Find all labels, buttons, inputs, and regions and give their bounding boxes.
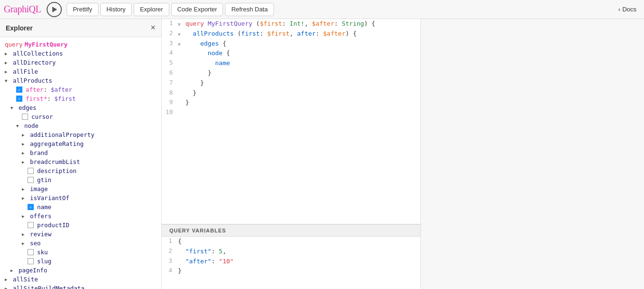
tree-checkbox-gtin[interactable] (28, 177, 34, 183)
tree-item-seo[interactable]: ▶seo (0, 239, 161, 248)
query-name: MyFirstQuery (25, 41, 68, 48)
close-sidebar-button[interactable]: × (150, 23, 156, 33)
line-content[interactable]: } (184, 98, 420, 108)
query-variables-header[interactable]: QUERY VARIABLES (162, 224, 420, 237)
fold-arrow[interactable]: ▼ (177, 22, 182, 27)
tree-item-slug[interactable]: slug (0, 257, 161, 266)
tree-item-aggregateRating[interactable]: ▶aggregateRating (0, 139, 161, 148)
line-content[interactable]: } (184, 78, 420, 88)
tree-item-brand[interactable]: ▶brand (0, 148, 161, 157)
tree-item-offers[interactable]: ▶offers (0, 212, 161, 221)
tree-item-breadcrumbList[interactable]: ▶breadcrumbList (0, 157, 161, 166)
tree-item-name[interactable]: ✓name (0, 202, 161, 212)
tree-arrow-pageInfo: ▶ (10, 268, 16, 273)
tree-item-allSiteBuildMetadata[interactable]: ▶allSiteBuildMetadata (0, 284, 161, 289)
fold-control (177, 78, 184, 88)
tree-item-description[interactable]: description (0, 166, 161, 175)
line-number: 7 (162, 78, 177, 88)
tree-checkbox-after[interactable]: ✓ (16, 87, 22, 93)
tree-item-node[interactable]: ▼node (0, 121, 161, 130)
fold-control[interactable]: ▼ (177, 19, 184, 29)
line-number: 4 (162, 266, 176, 276)
tree-item-allProducts[interactable]: ▼allProducts (0, 76, 161, 85)
result-panel (420, 19, 644, 289)
editor-line-9: 9} (162, 98, 420, 108)
tree-label-allProducts: allProducts (13, 77, 52, 84)
tree-item-image[interactable]: ▶image (0, 184, 161, 193)
editor-line-4: 4} (162, 266, 420, 276)
query-editor[interactable]: 1▼query MyFirstQuery ($first: Int!, $aft… (162, 19, 420, 224)
tree-checkbox-slug[interactable] (28, 258, 34, 264)
fold-control (177, 88, 184, 98)
tree-item-first[interactable]: ✓first*: $first (0, 94, 161, 103)
tree-item-after[interactable]: ✓after: $after (0, 85, 161, 94)
tree-arrow-allDirectory: ▶ (5, 60, 10, 65)
query-variables-editor[interactable]: 1{2 "first": 5,3 "after": "10"4} (162, 237, 420, 289)
tree-label-allFile: allFile (13, 68, 38, 75)
tree-arrow-image: ▶ (22, 187, 28, 192)
fold-control[interactable]: ▼ (177, 39, 184, 49)
line-content[interactable]: } (184, 68, 420, 78)
tree-arrow-allCollections: ▶ (5, 51, 10, 56)
editor-table: 1▼query MyFirstQuery ($first: Int!, $aft… (162, 19, 420, 116)
tree-arrow-review: ▶ (22, 232, 28, 237)
line-content[interactable]: edges { (184, 39, 420, 49)
line-content[interactable]: } (184, 88, 420, 98)
code-exporter-button[interactable]: Code Exporter (171, 3, 224, 16)
fold-arrow[interactable]: ▼ (177, 32, 182, 37)
history-button[interactable]: History (100, 3, 132, 16)
line-content[interactable]: node { (184, 48, 420, 58)
editor-line-2: 2 "first": 5, (162, 247, 420, 257)
tree-label-productID: productID (37, 222, 69, 229)
tree-item-allDirectory[interactable]: ▶allDirectory (0, 58, 161, 67)
tree-checkbox-first[interactable]: ✓ (16, 96, 22, 102)
tree-checkbox-sku[interactable] (28, 249, 34, 255)
line-content[interactable] (184, 108, 420, 116)
line-content[interactable]: { (176, 237, 420, 247)
tree-item-isVariantOf[interactable]: ▶isVariantOf (0, 193, 161, 202)
docs-button[interactable]: ‹ Docs (615, 4, 640, 15)
tree-item-cursor[interactable]: cursor (0, 112, 161, 121)
tree-label-aggregateRating: aggregateRating (30, 140, 84, 147)
refresh-data-button[interactable]: Refresh Data (225, 3, 274, 16)
tree-checkbox-cursor[interactable] (22, 114, 28, 120)
tree-item-sku[interactable]: sku (0, 248, 161, 257)
tree-item-edges[interactable]: ▼edges (0, 103, 161, 112)
tree-item-gtin[interactable]: gtin (0, 175, 161, 184)
tree-label-allSite: allSite (13, 276, 38, 283)
tree-label-slug: slug (37, 258, 51, 265)
line-content[interactable]: } (176, 266, 420, 276)
tree-arrow-allProducts: ▼ (5, 78, 10, 83)
line-content[interactable]: name (184, 58, 420, 68)
tree-arrow-brand: ▶ (22, 151, 28, 155)
tree-item-allCollections[interactable]: ▶allCollections (0, 49, 161, 58)
tree-label-pageInfo: pageInfo (19, 267, 47, 274)
run-query-button[interactable] (47, 2, 62, 17)
svg-marker-0 (52, 7, 57, 12)
tree-checkbox-description[interactable] (28, 168, 34, 174)
explorer-button[interactable]: Explorer (134, 3, 169, 16)
line-content[interactable]: allProducts (first: $first, after: $afte… (184, 29, 420, 39)
tree-item-productID[interactable]: productID (0, 221, 161, 230)
fold-control (177, 108, 184, 116)
tree-arrow-breadcrumbList: ▶ (22, 160, 28, 164)
prettify-button[interactable]: Prettify (67, 3, 98, 16)
tree-item-pageInfo[interactable]: ▶pageInfo (0, 266, 161, 275)
tree-arrow-edges: ▼ (10, 106, 16, 110)
line-number: 8 (162, 88, 177, 98)
tree-item-review[interactable]: ▶review (0, 230, 161, 239)
editor-line-1: 1{ (162, 237, 420, 247)
tree-item-allSite[interactable]: ▶allSite (0, 275, 161, 284)
tree-item-additionalProperty[interactable]: ▶additionalProperty (0, 130, 161, 139)
line-content[interactable]: "first": 5, (176, 247, 420, 257)
tree-checkbox-name[interactable]: ✓ (28, 204, 34, 210)
line-number: 1 (162, 237, 176, 247)
fold-control[interactable]: ▼ (177, 29, 184, 39)
fold-arrow[interactable]: ▼ (177, 42, 182, 47)
line-content[interactable]: "after": "10" (176, 257, 420, 267)
tree-item-allFile[interactable]: ▶allFile (0, 67, 161, 76)
line-number: 4 (162, 48, 177, 58)
tree-checkbox-productID[interactable] (28, 222, 34, 228)
line-content[interactable]: query MyFirstQuery ($first: Int!, $after… (184, 19, 420, 29)
tree-label-image: image (30, 185, 48, 193)
